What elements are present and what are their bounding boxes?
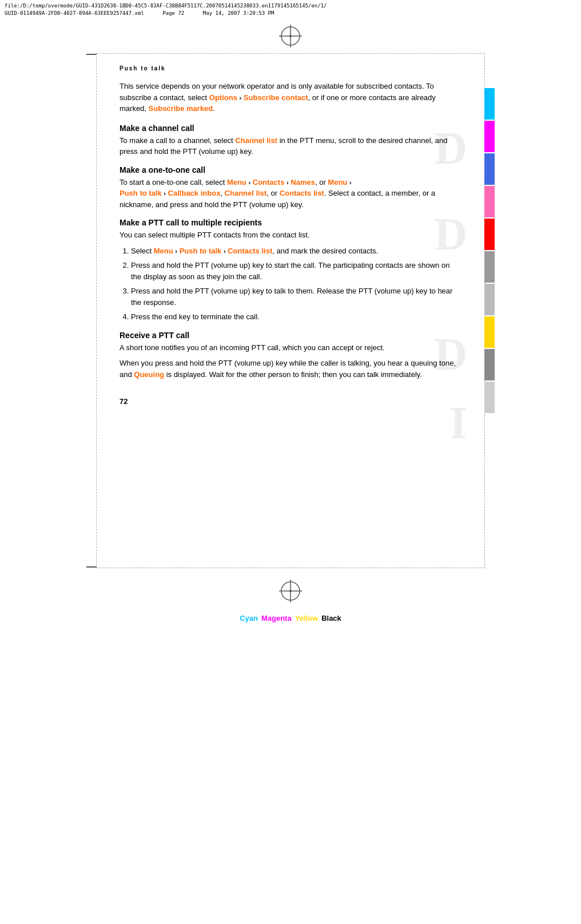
heading-one-to-one: Make a one-to-one call — [120, 165, 461, 175]
arrow1: › — [237, 93, 244, 102]
top-crosshair — [279, 25, 302, 47]
page-number: 72 — [120, 397, 461, 406]
step-1: Select Menu › Push to talk › Contacts li… — [131, 245, 461, 257]
channel-list-link-2: Channel list — [225, 189, 267, 197]
contacts-list-link-1: Contacts list — [280, 189, 324, 197]
color-tab-gray1 — [484, 251, 495, 283]
color-tab-magenta — [484, 121, 495, 152]
subscribe-contact-link: Subscribe contact — [244, 93, 308, 102]
contacts-list-link-2: Contacts list — [228, 247, 272, 255]
magenta-label: Magenta — [261, 614, 292, 622]
channel-call-para: To make a call to a channel, select Chan… — [120, 135, 461, 157]
contacts-link: Contacts — [253, 178, 285, 187]
steps-list: Select Menu › Push to talk › Contacts li… — [131, 245, 461, 323]
color-tab-cyan — [484, 88, 495, 120]
section-title: Push to talk — [120, 65, 461, 72]
bottom-crosshair — [279, 580, 302, 602]
intro-paragraph: This service depends on your network ope… — [120, 81, 461, 114]
push-to-talk-link-2: Push to talk — [180, 247, 222, 255]
left-margin-bottom — [86, 566, 97, 568]
one-to-one-para: To start a one-to-one call, select Menu … — [120, 177, 461, 211]
svg-point-3 — [289, 35, 292, 37]
receive-ptt-para2: When you press and hold the PTT (volume … — [120, 358, 461, 380]
step-2: Press and hold the PTT (volume up) key t… — [131, 260, 461, 282]
menu-link-2: Menu — [328, 178, 347, 187]
intro-end: . — [213, 104, 215, 113]
color-registration-bar: Cyan Magenta Yellow Black — [240, 614, 341, 622]
color-tab-blue — [484, 153, 495, 185]
yellow-label: Yellow — [295, 614, 318, 622]
page-outer: D D D I Push to talk This service depend… — [0, 19, 581, 622]
color-tab-gray2 — [484, 284, 495, 315]
left-margin-top — [86, 54, 97, 55]
svg-point-7 — [289, 590, 292, 592]
multiple-recipients-intro: You can select multiple PTT contacts fro… — [120, 229, 461, 241]
menu-link-1: Menu — [227, 178, 246, 187]
subscribe-marked-link: Subscribe marked — [149, 104, 213, 113]
content-wrap: Push to talk This service depends on you… — [120, 65, 461, 406]
options-link: Options — [209, 93, 237, 102]
color-tab-gray4 — [484, 382, 495, 413]
black-label: Black — [321, 614, 341, 622]
heading-multiple-recipients: Make a PTT call to multiple recipients — [120, 218, 461, 227]
receive-ptt-para1: A short tone notifies you of an incoming… — [120, 342, 461, 354]
heading-receive-ptt: Receive a PTT call — [120, 331, 461, 340]
names-link: Names — [290, 178, 315, 187]
color-tab-yellow — [484, 316, 495, 348]
color-tab-pink — [484, 186, 495, 217]
step-3: Press and hold the PTT (volume up) key t… — [131, 285, 461, 308]
channel-list-link: Channel list — [235, 136, 277, 145]
menu-link-3: Menu — [154, 247, 173, 255]
queuing-link: Queuing — [134, 370, 164, 379]
callback-inbox-link: Callback inbox — [168, 189, 221, 197]
color-tab-gray3 — [484, 349, 495, 380]
cyan-label: Cyan — [240, 614, 258, 622]
color-tab-red — [484, 219, 495, 250]
main-content-frame: D D D I Push to talk This service depend… — [96, 53, 485, 568]
push-to-talk-link: Push to talk — [120, 189, 162, 197]
page-wrapper: file:/D:/temp/overmode/GUID-431D2638-1BD… — [0, 0, 581, 622]
heading-channel-call: Make a channel call — [120, 124, 461, 133]
file-path: file:/D:/temp/overmode/GUID-431D2638-1BD… — [0, 0, 581, 19]
right-color-tabs — [484, 88, 495, 413]
step-4: Press the end key to terminate the call. — [131, 311, 461, 323]
